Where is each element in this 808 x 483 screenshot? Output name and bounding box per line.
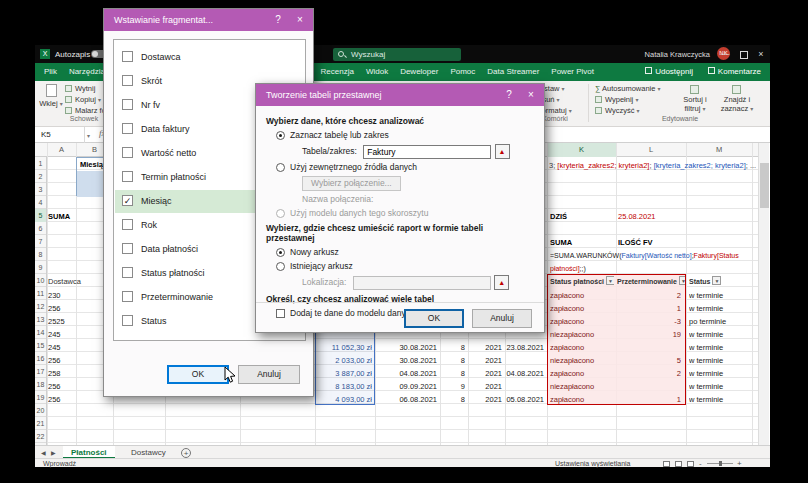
column-header-A[interactable]: A	[47, 143, 76, 157]
slicer-cancel-button[interactable]: Anuluj	[238, 365, 300, 384]
cell-m[interactable]: w terminie	[689, 341, 747, 354]
radio-icon[interactable]	[276, 248, 285, 257]
range-picker-icon[interactable]: ▲	[495, 144, 510, 159]
today-label-cell[interactable]: DZIŚ	[550, 210, 610, 223]
cell-m[interactable]: w terminie	[689, 289, 747, 302]
help-icon[interactable]: ?	[267, 9, 289, 31]
cell-a[interactable]: 256	[48, 302, 74, 315]
choose-connection-button[interactable]: Wybierz połączenie...	[302, 176, 401, 191]
slicer-ok-button[interactable]: OK	[167, 365, 229, 384]
zoom-out-icon[interactable]: -	[699, 459, 702, 468]
sheet-prev-icon[interactable]: ◀	[41, 449, 46, 456]
row-header-1[interactable]: 1	[35, 157, 46, 170]
help-icon[interactable]: ?	[498, 84, 520, 106]
row-header-19[interactable]: 19	[35, 391, 46, 404]
radio-icon[interactable]	[276, 209, 285, 218]
filter-icon[interactable]: ▼	[712, 276, 721, 285]
checkbox-icon[interactable]	[122, 99, 133, 110]
comments-button[interactable]: Komentarze	[703, 65, 766, 79]
maximize-button[interactable]	[734, 45, 752, 63]
row-header-21[interactable]: 21	[35, 417, 46, 430]
cell-month[interactable]: 8	[441, 354, 465, 367]
cell-a[interactable]: 256	[48, 354, 74, 367]
cell-k[interactable]: zapłacono	[550, 315, 612, 328]
row-header-8[interactable]: 8	[35, 248, 46, 261]
cell-paid[interactable]: 23.08.2021	[506, 341, 544, 354]
row-header-4[interactable]: 4	[35, 196, 46, 209]
display-settings[interactable]: Ustawienia wyświetlania	[555, 460, 630, 467]
checkbox-icon[interactable]	[122, 75, 133, 86]
checkbox-icon[interactable]	[122, 291, 133, 302]
row-header-7[interactable]: 7	[35, 235, 46, 248]
ribbon-tab-pomoc[interactable]: Pomoc	[444, 63, 481, 81]
cell-year[interactable]: 2021	[469, 393, 502, 406]
cell-l[interactable]: 19	[617, 328, 681, 341]
cell-year[interactable]: 2021	[469, 380, 502, 393]
page-layout-icon[interactable]	[675, 461, 682, 467]
cell-m[interactable]: w terminie	[689, 354, 747, 367]
table-header-status[interactable]: Status▼	[689, 275, 749, 288]
cell-date[interactable]: 30.08.2021	[376, 354, 437, 367]
scrollbar-thumb[interactable]	[760, 163, 769, 208]
row-header-6[interactable]: 6	[35, 222, 46, 235]
sort-filter-button[interactable]: Sortuj ifiltruj ▾	[676, 83, 714, 114]
add-sheet-button[interactable]: +	[181, 448, 191, 458]
checkbox-icon[interactable]	[122, 123, 133, 134]
cell-a[interactable]: 258	[48, 367, 74, 380]
cell-k[interactable]: zapłacono	[550, 393, 612, 406]
cell-l[interactable]: 2	[617, 289, 681, 302]
cell-month[interactable]: 8	[441, 367, 465, 380]
column-header-K[interactable]: K	[547, 143, 616, 157]
ribbon-tab-power-pivot[interactable]: Power Pivot	[545, 63, 600, 81]
cell-m[interactable]: po terminie	[689, 315, 747, 328]
cell-year[interactable]: 2021	[469, 354, 502, 367]
row-header-11[interactable]: 11	[35, 287, 46, 300]
radio-icon[interactable]	[276, 262, 285, 271]
cell-year[interactable]: 2021	[469, 341, 502, 354]
radio-icon[interactable]	[276, 163, 285, 172]
pivot-cancel-button[interactable]: Anuluj	[472, 309, 532, 328]
cell-k[interactable]: zapłacono	[550, 302, 612, 315]
sheet-next-icon[interactable]: ▶	[51, 449, 56, 456]
cell-l[interactable]: 5	[617, 354, 681, 367]
row-header-10[interactable]: 10	[35, 274, 46, 287]
row-header-15[interactable]: 15	[35, 339, 46, 352]
share-button[interactable]: Udostępnij	[640, 65, 698, 79]
checkbox-icon[interactable]	[122, 171, 133, 182]
row-header-18[interactable]: 18	[35, 378, 46, 391]
copy-button[interactable]: Kopiuj ▾	[65, 95, 101, 105]
count-header-cell[interactable]: ILOŚĆ FV	[618, 236, 684, 249]
cell-date[interactable]: 06.08.2021	[376, 393, 437, 406]
radio-select-table[interactable]: Zaznacz tabelę lub zakres	[266, 129, 534, 142]
today-value-cell[interactable]: 25.08.2021	[618, 210, 684, 223]
cell-date[interactable]: 30.08.2021	[376, 341, 437, 354]
checkbox-icon[interactable]: ✓	[122, 195, 133, 206]
ribbon-tab-widok[interactable]: Widok	[360, 63, 394, 81]
ribbon-tab-recenzja[interactable]: Recenzja	[315, 63, 360, 81]
slicer-field-dostawca[interactable]: Dostawca	[115, 46, 304, 69]
cell-a[interactable]: 245	[48, 328, 74, 341]
paste-button[interactable]: Wklej ▾	[39, 84, 63, 114]
cell-l[interactable]: 1	[617, 302, 681, 315]
minimize-button[interactable]: —	[716, 45, 734, 63]
radio-existing-sheet[interactable]: Istniejący arkusz	[266, 260, 534, 273]
suma-cell[interactable]: SUMA	[48, 210, 78, 223]
cell-m[interactable]: w terminie	[689, 393, 747, 406]
radio-external-source[interactable]: Użyj zewnętrznego źródła danych	[266, 161, 534, 174]
zoom-slider-knob[interactable]	[719, 461, 722, 466]
sum-header-cell[interactable]: SUMA	[550, 236, 610, 249]
checkbox-icon[interactable]	[122, 51, 133, 62]
cell-k[interactable]: zapłacono	[550, 341, 612, 354]
row-header-9[interactable]: 9	[35, 261, 46, 274]
autosum-button[interactable]: ∑ Autosumowanie ▾	[595, 84, 661, 94]
cell-a[interactable]: 256	[48, 380, 74, 393]
cell-m[interactable]: w terminie	[689, 380, 747, 393]
cell-k[interactable]: niezapłacono	[550, 328, 612, 341]
page-break-icon[interactable]	[687, 461, 694, 467]
cell-amount[interactable]: 3 887,00 zł	[316, 367, 372, 380]
filter-icon[interactable]: ▼	[679, 276, 685, 285]
cell-paid[interactable]: 04.08.2021	[506, 367, 544, 380]
cell-a[interactable]: 2525	[48, 315, 74, 328]
cell-a[interactable]: 230	[48, 289, 74, 302]
checkbox-icon[interactable]	[122, 267, 133, 278]
